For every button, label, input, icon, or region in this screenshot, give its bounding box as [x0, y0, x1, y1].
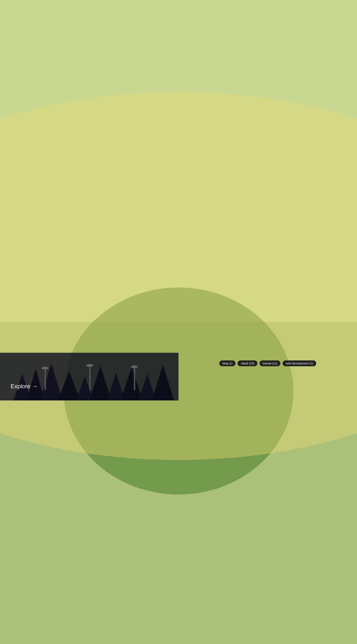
explore-text[interactable]: Explore → — [11, 383, 38, 390]
svg-rect-70 — [134, 367, 135, 390]
svg-point-69 — [86, 364, 93, 367]
tag-pill[interactable]: web development (1) — [283, 360, 316, 366]
explore-section: Explore → blog (1)Jekyll (13)tutorial (1… — [0, 326, 357, 400]
tags-row: blog (1)Jekyll (13)tutorial (11)web deve… — [219, 360, 316, 366]
svg-point-67 — [42, 367, 49, 369]
tag-pill[interactable]: tutorial (11) — [260, 360, 281, 366]
tag-pill[interactable]: blog (1) — [219, 360, 235, 366]
svg-rect-66 — [45, 369, 46, 390]
explore-right: blog (1)Jekyll (13)tutorial (11)web deve… — [178, 326, 357, 400]
svg-rect-68 — [89, 366, 91, 390]
svg-point-71 — [131, 365, 138, 368]
tag-pill[interactable]: Jekyll (13) — [238, 360, 257, 366]
